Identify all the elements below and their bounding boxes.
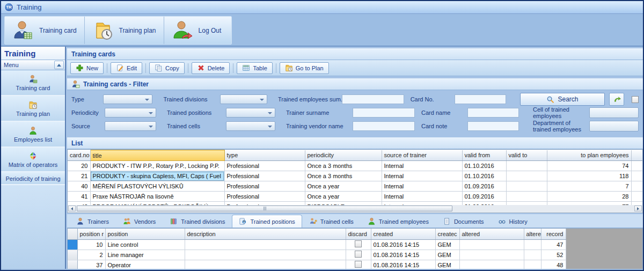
table-cell[interactable] — [185, 239, 346, 250]
new-button[interactable]: New — [70, 62, 104, 74]
row-selector-header[interactable] — [68, 229, 77, 239]
table-cell[interactable]: 21 — [68, 171, 90, 181]
table-cell[interactable] — [185, 250, 346, 260]
trained-divisions-dropdown[interactable] — [220, 94, 267, 104]
column-header[interactable]: record — [541, 229, 566, 239]
table-cell[interactable]: 47 — [541, 239, 566, 250]
table-cell[interactable] — [524, 250, 541, 260]
column-header[interactable]: altered — [459, 229, 524, 239]
table-cell[interactable] — [459, 260, 524, 269]
go-to-plan-button[interactable]: Go to Plan — [280, 62, 329, 74]
training-vendor-name-input[interactable] — [353, 121, 415, 131]
card-note-input[interactable] — [467, 121, 519, 131]
table-cell[interactable]: Operator — [105, 260, 185, 269]
sidebar-item-training-plan[interactable]: Training plan — [1, 96, 65, 122]
column-header[interactable]: created — [371, 229, 435, 239]
trained-cells-dropdown[interactable] — [226, 121, 275, 131]
table-cell[interactable]: GEM — [435, 239, 459, 250]
table-cell[interactable]: 40 — [68, 181, 90, 192]
table-cell[interactable] — [346, 250, 371, 260]
column-header[interactable]: valid from — [462, 150, 506, 161]
table-cell[interactable] — [506, 171, 547, 181]
table-cell[interactable]: Internal — [382, 161, 462, 171]
table-cell[interactable] — [506, 181, 547, 192]
table-row[interactable]: 20PRODUKTY - ITW P.P., Rotary P.P., Lock… — [68, 161, 643, 171]
type-dropdown[interactable] — [103, 94, 152, 104]
scroll-right-arrow-icon[interactable] — [634, 206, 642, 211]
table-cell[interactable] — [506, 161, 547, 171]
table-cell[interactable]: Praxe NÁSTROJAŘ na lisovně — [90, 192, 224, 202]
tab-trained-employees[interactable]: Trained employees — [361, 215, 436, 228]
table-cell[interactable]: 3 — [631, 181, 643, 192]
search-button[interactable]: Search — [520, 93, 605, 106]
table-cell[interactable]: Line manager — [105, 250, 185, 260]
table-cell[interactable]: 52 — [541, 250, 566, 260]
table-cell[interactable]: GEM — [435, 260, 459, 269]
table-cell[interactable]: Professional — [224, 171, 305, 181]
column-header[interactable]: createc — [435, 229, 459, 239]
table-button[interactable]: Table — [237, 62, 272, 74]
tab-trained-cells[interactable]: Trained cells — [302, 215, 361, 228]
table-cell[interactable]: 01.10.2016 — [462, 161, 506, 171]
checkbox[interactable] — [355, 261, 362, 268]
table-cell[interactable]: 10 — [77, 239, 105, 250]
column-header[interactable]: card.no — [68, 150, 90, 161]
table-cell[interactable]: Internal — [382, 192, 462, 202]
filter-checkbox[interactable] — [632, 96, 639, 103]
table-cell[interactable]: Once a 3 months — [305, 171, 382, 181]
table-cell[interactable]: 01.09.2016 — [462, 192, 506, 202]
table-cell[interactable]: Once a 3 months — [305, 161, 382, 171]
table-cell[interactable]: 01.08.2016 14:15 — [371, 260, 435, 269]
delete-button[interactable]: Delete — [192, 62, 230, 74]
table-cell[interactable] — [185, 260, 346, 269]
table-cell[interactable]: 74 — [547, 161, 631, 171]
table-cell[interactable] — [459, 239, 524, 250]
table-cell[interactable]: 20 — [68, 161, 90, 171]
table-row[interactable]: 37Operator01.08.2016 14:15GEM48 — [68, 260, 643, 269]
table-cell[interactable]: Internal — [382, 171, 462, 181]
table-cell[interactable]: 01.08.2016 14:15 — [371, 239, 435, 250]
table-cell[interactable] — [459, 250, 524, 260]
table-cell[interactable]: Internal — [382, 181, 462, 192]
row-selector[interactable] — [68, 250, 77, 260]
department-of-trained-employees-dropdown[interactable] — [589, 121, 639, 131]
table-cell[interactable]: 01.08.2016 14:15 — [371, 250, 435, 260]
checkbox[interactable] — [355, 240, 362, 247]
scroll-left-arrow-icon[interactable] — [68, 206, 76, 211]
tab-history[interactable]: History — [491, 215, 535, 228]
tab-trainers[interactable]: Trainers — [69, 215, 116, 228]
reset-filter-button[interactable] — [609, 93, 624, 106]
table-cell[interactable] — [524, 239, 541, 250]
row-selector[interactable] — [68, 260, 77, 269]
row-selector[interactable] — [68, 239, 77, 250]
table-cell[interactable]: 41 — [68, 192, 90, 202]
sidebar-item-employees-list[interactable]: Employees list — [1, 122, 65, 148]
table-row[interactable]: 41Praxe NÁSTROJAŘ na lisovněProfessional… — [68, 192, 643, 202]
table-cell[interactable]: Once a year — [305, 192, 382, 202]
column-header[interactable]: discard — [346, 229, 371, 239]
tab-documents[interactable]: Documents — [436, 215, 491, 228]
card-no-input[interactable] — [455, 94, 506, 104]
table-cell[interactable] — [346, 260, 371, 269]
column-header[interactable]: description — [185, 229, 346, 239]
tab-trained-divisions[interactable]: Trained divisions — [163, 215, 232, 228]
table-cell[interactable]: 37 — [77, 260, 105, 269]
table-cell[interactable]: 01.09.2016 — [462, 181, 506, 192]
table-cell[interactable]: Professional — [224, 161, 305, 171]
sidebar-item-matrix-of-operators[interactable]: Matrix of operators — [1, 148, 65, 172]
training-card-button[interactable]: Training card — [5, 17, 85, 44]
column-header[interactable]: altered — [524, 229, 541, 239]
table-cell[interactable]: GEM — [435, 250, 459, 260]
tab-vendors[interactable]: Vendors — [116, 215, 163, 228]
table-cell[interactable]: 118 — [547, 171, 631, 181]
collapse-menu-button[interactable] — [54, 61, 64, 69]
table-cell[interactable]: 2 — [77, 250, 105, 260]
table-cell[interactable]: 3 — [631, 192, 643, 202]
trained-employees-surname-input[interactable] — [342, 94, 404, 104]
column-header[interactable]: position — [105, 229, 185, 239]
table-cell[interactable]: Once a year — [305, 181, 382, 192]
trained-positions-dropdown[interactable] — [226, 108, 275, 118]
sidebar-item-training-card[interactable]: Training card — [1, 70, 65, 96]
column-header[interactable]: source of trainer — [382, 150, 462, 161]
scrollbar-thumb[interactable] — [77, 206, 452, 211]
